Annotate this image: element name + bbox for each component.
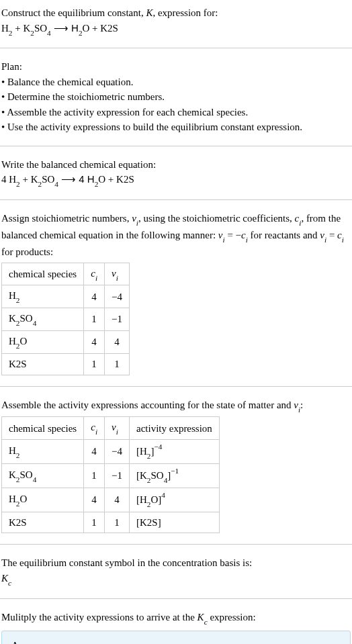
plan-item-3: • Assemble the activity expression for e… [1,105,351,120]
divider [0,544,352,545]
stoich-section: Assign stoichiometric numbers, νi, using… [0,205,352,380]
plan-item-4: • Use the activity expressions to build … [1,120,351,135]
col-nui: νi [105,263,130,285]
table-row: H2O 4 4 [2,331,130,354]
prompt-text-b: , expression for: [152,7,218,18]
col-species: chemical species [2,263,84,285]
divider [0,48,352,48]
table-header-row: chemical species ci νi [2,263,130,285]
divider [0,598,352,599]
unbalanced-equation: H2 + K2SO4 ⟶ H2O + K2S [1,23,118,34]
plan-item-2: • Determine the stoichiometric numbers. [1,89,351,105]
activity-table: chemical species ci νi activity expressi… [1,416,220,533]
answer-box: Answer: Kc = [H2]−4 [K2SO4]−1 [H2O]4 [K2… [1,631,351,644]
activity-section: Assemble the activity expressions accoun… [0,392,352,539]
col-ci: ci [84,263,105,285]
table-row: K2S 1 1 [K2S] [2,512,220,533]
divider [0,386,352,387]
table-row: H2 4 −4 [H2]−4 [2,440,220,464]
balanced-section: Write the balanced chemical equation: 4 … [0,152,352,194]
assign-text: Assign stoichiometric numbers, [1,213,132,224]
plan-section: Plan: • Balance the chemical equation. •… [0,54,352,140]
stoich-table: chemical species ci νi H2 4 −4 K2SO4 1 −… [1,263,130,375]
prompt: Construct the equilibrium constant, K, e… [0,0,352,42]
divider [0,146,352,146]
table-row: H2 4 −4 [2,285,130,308]
divider [0,199,352,200]
symbol-section: The equilibrium constant symbol in the c… [0,550,352,592]
answer-label: Answer: [11,638,341,644]
kc-symbol: K [1,573,8,584]
table-row: K2SO4 1 −1 [K2SO4]−1 [2,464,220,488]
multiply-section: Mulitply the activity expressions to arr… [0,604,352,644]
table-header-row: chemical species ci νi activity expressi… [2,417,220,440]
balanced-equation: 4 H2 + K2SO4 ⟶ 4 H2O + K2S [1,174,134,185]
table-row: K2SO4 1 −1 [2,308,130,331]
symbol-text: The equilibrium constant symbol in the c… [1,555,351,571]
plan-heading: Plan: [1,59,351,75]
prompt-text: Construct the equilibrium constant, [1,7,146,18]
table-row: K2S 1 1 [2,354,130,375]
table-row: H2O 4 4 [H2O]4 [2,488,220,512]
k-symbol: K [146,7,152,18]
balanced-heading: Write the balanced chemical equation: [1,157,351,173]
plan-item-1: • Balance the chemical equation. [1,75,351,90]
